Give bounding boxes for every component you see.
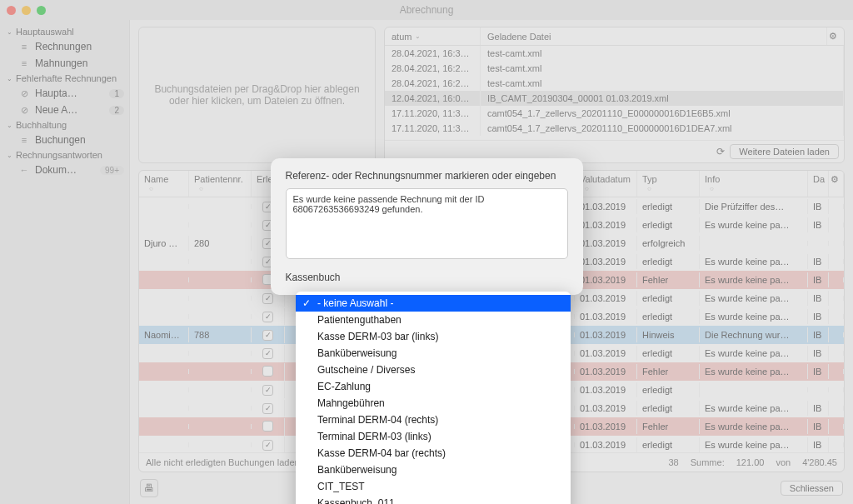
dropdown-item[interactable]: Kassenbuch_011 [296,495,571,504]
dropdown-item[interactable]: Terminal DERM-03 (links) [296,428,571,445]
dropdown-item[interactable]: Terminal DERM-04 (rechts) [296,412,571,428]
dropdown-item[interactable]: Banküberweisung [296,462,571,478]
dropdown-item[interactable]: CIT_TEST [296,478,571,495]
dropdown-item[interactable]: Mahngebühren [296,395,571,412]
dropdown-item[interactable]: Gutscheine / Diverses [296,362,571,378]
kassenbuch-dropdown[interactable]: - keine Auswahl -PatientenguthabenKasse … [296,292,571,504]
reference-modal: Referenz- oder Rechnungsnummer markieren… [271,158,583,295]
dropdown-item[interactable]: Kasse DERM-03 bar (links) [296,328,571,345]
dropdown-item[interactable]: Kasse DERM-04 bar (rechts) [296,445,571,462]
dropdown-item[interactable]: Banküberweisung [296,345,571,362]
dropdown-item[interactable]: Patientenguthaben [296,312,571,328]
reference-input[interactable] [286,188,568,259]
dropdown-item[interactable]: - keine Auswahl - [296,295,571,312]
dropdown-item[interactable]: EC-Zahlung [296,378,571,395]
modal-title: Referenz- oder Rechnungsnummer markieren… [286,170,568,182]
kassenbuch-label: Kassenbuch [286,272,568,283]
